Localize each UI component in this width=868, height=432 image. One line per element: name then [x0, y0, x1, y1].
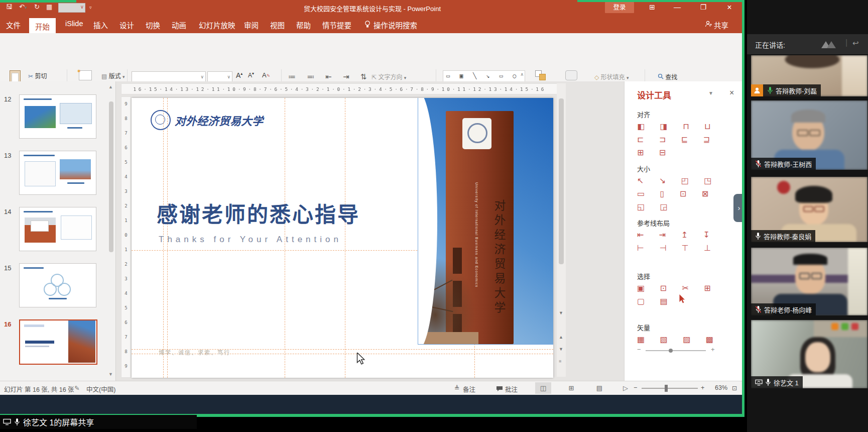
close-panel-icon[interactable]: ×: [729, 88, 734, 97]
signin-button[interactable]: 登录: [605, 2, 634, 13]
scroll-up-icon[interactable]: ▲: [108, 84, 113, 89]
participant-tile[interactable]: 答辩教师-王树西: [751, 100, 867, 170]
emblem-inner-ring: [155, 115, 165, 125]
language-status[interactable]: 中文(中国): [86, 384, 115, 394]
tab-help[interactable]: 帮助: [296, 20, 311, 30]
tower-photo[interactable]: University of International Business and…: [418, 98, 553, 344]
notes-icon: ≜: [454, 384, 459, 392]
scroll-up-icon[interactable]: ∧: [520, 72, 524, 77]
tab-design[interactable]: 设计: [119, 20, 134, 30]
slideshow-view-button[interactable]: ▷: [617, 382, 634, 394]
tab-slideshow[interactable]: 幻灯片放映: [199, 20, 235, 30]
slide-scrollbar[interactable]: ▼ ▲ ▼ ≡: [557, 83, 566, 377]
tab-islide[interactable]: iSlide: [65, 20, 83, 28]
previous-slide-icon[interactable]: ▲: [559, 335, 563, 340]
zoom-slider-handle[interactable]: [665, 385, 668, 392]
tab-animations[interactable]: 动画: [172, 20, 186, 30]
split-handle-icon[interactable]: ≡: [559, 359, 561, 364]
scroll-down-icon[interactable]: ▼: [559, 310, 563, 315]
tab-file[interactable]: 文件: [6, 20, 21, 30]
font-name-select[interactable]: ∨: [132, 71, 206, 82]
participant-tile[interactable]: 答辩教师-秦良娟: [751, 177, 867, 242]
accessibility-check-icon[interactable]: ✎: [74, 384, 79, 392]
video-art: [805, 342, 830, 372]
size-icons-row[interactable]: ↖ ↘ ◰ ◳: [637, 176, 718, 185]
find-button[interactable]: 查找: [658, 72, 677, 81]
thumbnail-scrollbar[interactable]: [109, 101, 113, 252]
size-icons-row[interactable]: ▭ ▯ ⊡ ⊠: [637, 189, 715, 198]
slider-plus-icon[interactable]: +: [711, 346, 715, 353]
thumb-number: 14: [4, 208, 11, 215]
select-icons-row[interactable]: ▢ ▤: [637, 296, 674, 306]
tab-view[interactable]: 视图: [270, 20, 285, 30]
guides-icons-row[interactable]: ⊢ ⊣ ⊤ ⊥: [637, 243, 717, 253]
font-size-select[interactable]: ∨: [207, 71, 232, 82]
shapes-row[interactable]: ▭ ▣ ╲ ↘ ▭ ○: [446, 72, 519, 79]
tell-me-search[interactable]: 操作说明搜索: [374, 20, 417, 30]
participant-name: 答辩教师-刘磊: [776, 86, 817, 95]
comments-button[interactable]: 批注: [505, 384, 518, 394]
chevron-down-icon[interactable]: ▼: [708, 90, 713, 96]
tab-insert[interactable]: 插入: [93, 20, 108, 30]
size-icons-row[interactable]: ◱ ◲: [637, 202, 674, 211]
slider-handle[interactable]: [669, 349, 673, 353]
participant-tile[interactable]: 答辩老师-杨向峰: [751, 248, 867, 315]
zoom-out-icon[interactable]: −: [634, 384, 637, 391]
scroll-down-icon[interactable]: ▼: [108, 372, 113, 377]
vector-slider-track[interactable]: [646, 350, 706, 351]
close-button[interactable]: ×: [724, 3, 735, 12]
slide-thumbnail-14[interactable]: [19, 207, 96, 251]
align-icons-row[interactable]: ⊏ ⊐ ⊑ ⊒: [637, 135, 716, 144]
participant-label: 答辩教师-王树西: [751, 158, 816, 170]
slide-thumbnail-12[interactable]: [19, 94, 96, 139]
video-art: [797, 130, 808, 136]
shape-fill-button[interactable]: ◇ 形状填充 ▾: [594, 72, 629, 81]
slide-sorter-view-button[interactable]: ⊞: [563, 382, 579, 394]
ribbon-display-options-icon[interactable]: ⊞: [647, 3, 658, 11]
slide-editor[interactable]: 对外经济贸易大学 感谢老师的悉心指导 Thanks for Your Atten…: [132, 98, 553, 378]
thumb-art: [67, 127, 82, 129]
restore-button[interactable]: ❐: [698, 3, 709, 11]
tab-review[interactable]: 审阅: [244, 20, 259, 30]
thumb-art: [68, 320, 95, 363]
cut-button[interactable]: ✂ 剪切: [28, 71, 47, 80]
slide-motto-text[interactable]: 博学、诚信、求索、笃行: [159, 348, 230, 356]
tab-storyboard[interactable]: 情节提要: [322, 20, 351, 30]
slide-subtitle-text[interactable]: Thanks for Your Attention: [159, 235, 342, 245]
back-arrow-icon[interactable]: ↩: [852, 39, 859, 48]
slide-thumbnail-13[interactable]: [19, 151, 96, 195]
vector-icons-row[interactable]: ▦ ▧ ▨ ▩: [637, 335, 720, 344]
zoom-in-icon[interactable]: +: [701, 384, 704, 391]
select-icons-row[interactable]: ▣ ⊡ ✂ ⊞: [637, 283, 717, 293]
clear-format-button[interactable]: A✎: [262, 71, 270, 79]
slide-title-text[interactable]: 感谢老师的悉心指导: [157, 197, 360, 228]
thumb-number: 16: [4, 320, 11, 328]
notes-button[interactable]: 备注: [463, 384, 475, 394]
layout-button[interactable]: ▤ 版式 ▾: [101, 71, 125, 80]
zoom-level[interactable]: 63%: [715, 384, 727, 391]
slide-thumbnail-16-selected[interactable]: [19, 319, 97, 365]
paragraph-icons-row1[interactable]: ≔ ≕ ⇤ ⇥ ⇅: [288, 72, 371, 81]
reading-view-button[interactable]: ▤: [591, 382, 607, 394]
participant-tile[interactable]: 答辩教师-刘磊: [751, 55, 867, 96]
minimize-button[interactable]: —: [672, 3, 683, 11]
participant-tile[interactable]: 徐艺文 1: [751, 320, 867, 388]
shrink-font-button[interactable]: A▾: [248, 71, 254, 79]
tower-clock: [462, 118, 491, 149]
tab-transitions[interactable]: 切换: [146, 20, 160, 30]
fit-slide-icon[interactable]: ⊡: [732, 384, 737, 392]
align-icons-row[interactable]: ⊞ ⊟: [637, 148, 672, 157]
next-slide-icon[interactable]: ▼: [559, 347, 563, 352]
slide-thumbnail-15[interactable]: [19, 263, 96, 307]
slider-minus-icon[interactable]: −: [637, 346, 641, 353]
share-button[interactable]: 共享: [714, 20, 728, 30]
normal-view-button[interactable]: ◫: [535, 382, 551, 394]
guides-icons-row[interactable]: ⇤ ⇥ ↥ ↧: [637, 230, 716, 240]
scrollbar-thumb[interactable]: [559, 98, 564, 264]
zoom-slider-track[interactable]: [642, 388, 698, 389]
align-icons-row[interactable]: ◧ ◨ ⊓ ⊔: [637, 122, 717, 131]
red-cursor-icon[interactable]: [679, 294, 686, 303]
video-art: [793, 254, 827, 265]
text-direction-button[interactable]: ⇱ 文字方向 ▾: [371, 72, 406, 81]
grow-font-button[interactable]: A▴: [236, 71, 242, 79]
